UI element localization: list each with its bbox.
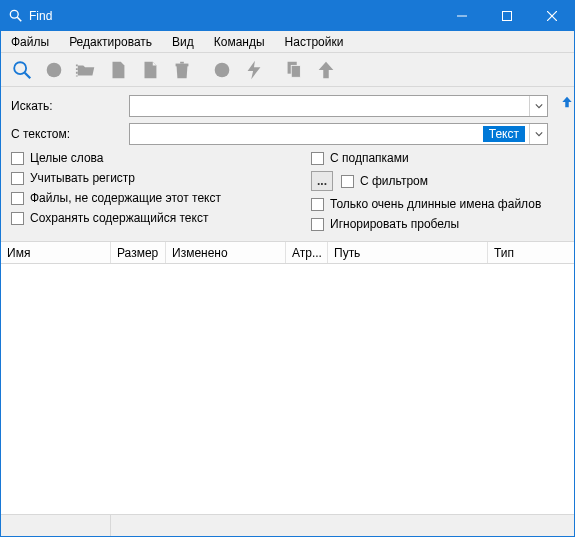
menu-settings[interactable]: Настройки — [275, 31, 354, 52]
col-size[interactable]: Размер — [111, 242, 166, 263]
lightning-icon[interactable] — [239, 55, 269, 85]
up-arrow-icon[interactable] — [311, 55, 341, 85]
page-icon[interactable] — [103, 55, 133, 85]
opt-subfolders[interactable]: С подпапками — [311, 151, 541, 165]
circle-icon[interactable] — [207, 55, 237, 85]
search-icon[interactable] — [7, 55, 37, 85]
menubar: Файлы Редактировать Вид Команды Настройк… — [1, 31, 574, 53]
col-path[interactable]: Путь — [328, 242, 488, 263]
svg-point-8 — [47, 62, 62, 77]
app-icon — [9, 9, 23, 23]
svg-rect-10 — [176, 63, 189, 66]
opt-whole-words[interactable]: Целые слова — [11, 151, 311, 165]
text-input[interactable] — [130, 124, 529, 144]
svg-point-0 — [10, 10, 18, 18]
titlebar: Find — [1, 1, 574, 31]
opt-case-sensitive[interactable]: Учитывать регистр — [11, 171, 311, 185]
record-icon[interactable] — [39, 55, 69, 85]
opt-ignore-spaces[interactable]: Игнорировать пробелы — [311, 217, 541, 231]
menu-commands[interactable]: Команды — [204, 31, 275, 52]
opt-files-not-containing[interactable]: Файлы, не содержащие этот текст — [11, 191, 311, 205]
svg-point-6 — [14, 62, 26, 74]
col-attr[interactable]: Атр... — [286, 242, 328, 263]
menu-edit[interactable]: Редактировать — [59, 31, 162, 52]
col-modified[interactable]: Изменено — [166, 242, 286, 263]
svg-rect-3 — [502, 12, 511, 21]
trash-icon[interactable] — [167, 55, 197, 85]
opt-long-names[interactable]: Только очень длинные имена файлов — [311, 197, 541, 211]
svg-rect-11 — [180, 61, 184, 63]
col-type[interactable]: Тип — [488, 242, 574, 263]
menu-files[interactable]: Файлы — [1, 31, 59, 52]
search-input[interactable] — [130, 96, 529, 116]
text-combo[interactable]: Текст — [129, 123, 548, 145]
new-page-icon[interactable] — [135, 55, 165, 85]
opt-save-contained-text[interactable]: Сохранять содержащийся текст — [11, 211, 311, 225]
status-cell-2 — [111, 515, 574, 536]
copy-icon[interactable] — [279, 55, 309, 85]
svg-rect-14 — [291, 65, 300, 77]
svg-point-12 — [215, 62, 230, 77]
col-name[interactable]: Имя — [1, 242, 111, 263]
chevron-down-icon[interactable] — [529, 124, 547, 144]
filter-browse-button[interactable]: ... — [311, 171, 333, 191]
window-title: Find — [29, 9, 439, 23]
text-label: С текстом: — [11, 127, 129, 141]
folder-dashed-icon[interactable] — [71, 55, 101, 85]
minimize-button[interactable] — [439, 1, 484, 31]
chevron-down-icon[interactable] — [529, 96, 547, 116]
maximize-button[interactable] — [484, 1, 529, 31]
close-button[interactable] — [529, 1, 574, 31]
status-cell-1 — [1, 515, 111, 536]
svg-line-7 — [25, 72, 31, 78]
opt-filter[interactable]: С фильтром — [341, 174, 428, 188]
search-label: Искать: — [11, 99, 129, 113]
text-select-highlight: Текст — [483, 126, 525, 142]
window-controls — [439, 1, 574, 31]
svg-line-1 — [17, 17, 21, 21]
results-header: Имя Размер Изменено Атр... Путь Тип — [1, 242, 574, 264]
start-search-icon[interactable] — [558, 95, 575, 109]
find-window: Find Файлы Редактировать Вид Команды Нас… — [0, 0, 575, 537]
statusbar — [1, 514, 574, 536]
results-list[interactable] — [1, 264, 574, 514]
search-combo[interactable] — [129, 95, 548, 117]
toolbar — [1, 53, 574, 87]
menu-view[interactable]: Вид — [162, 31, 204, 52]
search-form: Искать: С текстом: Текст Целые слова Учи… — [1, 87, 574, 242]
options-grid: Целые слова Учитывать регистр Файлы, не … — [11, 151, 548, 231]
